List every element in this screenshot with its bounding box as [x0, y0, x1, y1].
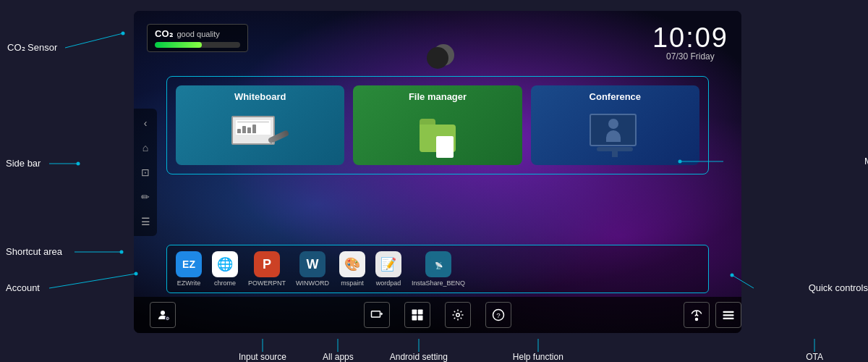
instashare-icon: 📡 [425, 251, 451, 277]
quick-controls-icon [722, 308, 735, 321]
quick-controls-label: Quick controls [809, 282, 868, 293]
svg-rect-9 [418, 316, 423, 321]
svg-text:📡: 📡 [435, 261, 443, 270]
filemanager-card[interactable]: File manager [353, 85, 522, 165]
svg-rect-8 [412, 316, 417, 321]
filemanager-icon-area [353, 106, 522, 165]
shortcut-bar: EZ EZWrite 🌐 chrome P POWERPNT W WINWORD… [166, 245, 709, 293]
sidebar-display-icon[interactable]: ⊡ [137, 164, 154, 181]
all-apps-label-group: All apps [323, 339, 354, 362]
shortcut-ezwrite[interactable]: EZ EZWrite [176, 251, 202, 287]
sidebar-pen-icon[interactable]: ✏ [137, 188, 154, 206]
shortcut-powerpoint[interactable]: P POWERPNT [248, 251, 286, 287]
help-button[interactable]: ? [485, 302, 511, 328]
wb-bar-1 [237, 129, 241, 133]
help-icon: ? [492, 308, 505, 321]
account-label: Account [6, 282, 40, 293]
ezwrite-icon: EZ [176, 251, 202, 277]
mspaint-label: mspaint [341, 279, 364, 287]
instashare-svg: 📡 [430, 256, 446, 272]
svg-rect-16 [723, 318, 734, 319]
svg-rect-14 [723, 311, 734, 313]
conf-head [608, 119, 618, 129]
wb-chart [237, 125, 269, 133]
sidebar-collapse-icon[interactable]: ‹ [137, 114, 154, 132]
android-settings-icon [451, 308, 464, 321]
conf-person [605, 119, 622, 144]
whiteboard-title: Whiteboard [176, 91, 344, 102]
all-apps-line [337, 339, 339, 352]
wb-bar-4 [252, 125, 256, 133]
conf-stand [612, 151, 618, 157]
android-settings-button[interactable] [445, 302, 471, 328]
conf-screen [590, 114, 637, 146]
svg-point-24 [135, 272, 138, 276]
powerpoint-icon: P [254, 251, 280, 277]
shortcut-mspaint[interactable]: 🎨 mspaint [339, 251, 365, 287]
svg-point-28 [731, 274, 734, 277]
svg-rect-15 [723, 314, 734, 316]
svg-text:?: ? [496, 311, 501, 319]
account-button[interactable]: ⚙ [150, 302, 176, 328]
help-function-line [537, 339, 539, 352]
svg-point-20 [77, 162, 80, 166]
all-apps-button[interactable] [404, 302, 430, 328]
shortcut-arrow [75, 252, 147, 259]
main-shortcut-arrow [723, 161, 796, 169]
wb-screen-inner [236, 120, 271, 135]
fm-folder-tab [420, 119, 435, 125]
moon-icon [427, 47, 448, 69]
clock-time: 10:09 [652, 24, 728, 51]
co2-bar-fill [155, 42, 202, 48]
input-source-line [262, 339, 263, 352]
wb-bar-2 [242, 126, 246, 133]
conference-card[interactable]: Conference [531, 85, 699, 165]
sidebar: ‹ ⌂ ⊡ ✏ ☰ [134, 109, 157, 236]
all-apps-icon [411, 308, 424, 321]
ota-icon [690, 308, 703, 321]
shortcut-chrome[interactable]: 🌐 chrome [212, 251, 238, 287]
input-source-icon [370, 308, 383, 321]
main-shortcut-label: Main shortcut [864, 156, 868, 167]
android-setting-label: Android setting [390, 352, 448, 362]
svg-line-23 [49, 274, 136, 288]
conference-illustration [586, 114, 644, 157]
quick-controls-button[interactable] [715, 302, 741, 328]
bottom-right [684, 302, 741, 328]
svg-rect-5 [372, 311, 380, 317]
conference-title: Conference [531, 91, 699, 102]
shortcut-word[interactable]: W WINWORD [296, 251, 329, 287]
shortcut-instashare[interactable]: 📡 InstaShare_BENQ [412, 251, 465, 287]
ota-label-group: OTA [806, 339, 823, 362]
co2-quality: good quality [177, 30, 220, 38]
sidebar-list-icon[interactable]: ☰ [137, 213, 154, 230]
word-label: WINWORD [296, 279, 329, 287]
android-setting-label-group: Android setting [390, 339, 448, 362]
input-source-label-group: Input source [239, 339, 286, 362]
shortcut-wordpad[interactable]: 📝 wordpad [375, 251, 401, 287]
svg-rect-6 [412, 310, 417, 315]
instashare-label: InstaShare_BENQ [412, 279, 465, 287]
svg-line-17 [65, 33, 123, 48]
ota-button[interactable] [684, 302, 710, 328]
bottom-bar: ⚙ [134, 297, 741, 333]
svg-point-10 [456, 313, 460, 317]
svg-point-22 [120, 251, 124, 254]
whiteboard-card[interactable]: Whiteboard [176, 85, 344, 165]
svg-point-2 [161, 311, 165, 315]
ota-line [814, 339, 815, 352]
input-source-button[interactable] [364, 302, 390, 328]
co2-bar-bg [155, 42, 240, 48]
account-icon: ⚙ [156, 308, 169, 321]
bottom-labels: Input source All apps Android setting He… [239, 339, 563, 362]
sidebar-home-icon[interactable]: ⌂ [137, 139, 154, 156]
clock-date: 07/30 Friday [652, 51, 728, 62]
shortcut-area-label: Shortcut area [6, 246, 62, 257]
bottom-center: ? [192, 302, 684, 328]
help-function-label-group: Help function [513, 339, 563, 362]
filemanager-title: File manager [353, 91, 522, 102]
word-icon: W [299, 251, 326, 277]
fm-doc [436, 136, 454, 158]
clock-widget: 10:09 07/30 Friday [652, 24, 728, 62]
wordpad-label: wordpad [376, 279, 401, 287]
